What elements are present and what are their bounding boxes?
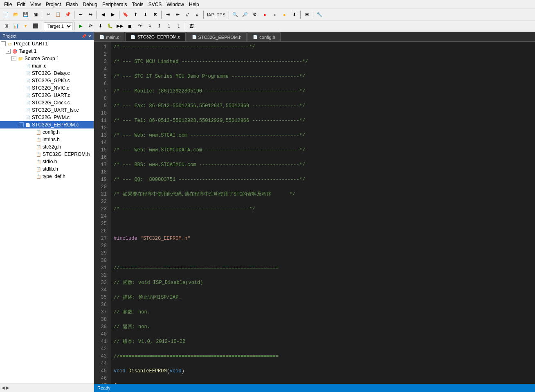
tab-eeprom-c[interactable]: 📄 STC32G_EEPROM.c	[125, 32, 185, 41]
menu-help[interactable]: Help	[187, 1, 202, 8]
panel-bottom: ◀ ▶	[0, 383, 94, 392]
cut-btn[interactable]: ✂	[44, 10, 53, 19]
tree-file-stdio[interactable]: 📋 stdio.h	[0, 158, 94, 165]
unindent-btn[interactable]: ⇤	[173, 10, 182, 19]
project-close-btn[interactable]: ✕	[88, 34, 91, 38]
tree-file-config[interactable]: 📋 config.h	[0, 128, 94, 136]
tree-file-pwm[interactable]: 📄 STC32G_PWM.c	[0, 114, 94, 121]
menu-edit[interactable]: Edit	[14, 1, 28, 8]
eeprom-expand[interactable]: -	[19, 122, 24, 127]
t2-btn4[interactable]: ⬛	[31, 22, 40, 31]
t2-build-btn[interactable]: ▶	[76, 22, 85, 31]
reset-btn[interactable]: ●	[280, 10, 289, 19]
menu-window[interactable]: Window	[164, 1, 187, 8]
run-btn[interactable]: ●	[260, 10, 269, 19]
t2-debug-btn[interactable]: 🐛	[106, 22, 115, 31]
target-icon: 🎯	[11, 48, 18, 54]
tree-file-delay[interactable]: 📄 STC32G_Delay.c	[0, 70, 94, 77]
save-all-btn[interactable]: 🖫	[31, 10, 40, 19]
tab-config[interactable]: 📄 config.h	[247, 32, 281, 41]
tree-file-eeprom[interactable]: - 📄 STC32G_EEPROM.c	[0, 121, 94, 128]
t2-stop2-btn[interactable]: ⏹	[125, 22, 134, 31]
target-dropdown[interactable]: Target 1	[44, 22, 72, 30]
tab-mainc[interactable]: 📄 main.c	[94, 32, 124, 41]
t2-stepinto-btn[interactable]: ↴	[145, 22, 154, 31]
menu-view[interactable]: View	[28, 1, 43, 8]
source-group-icon: 📁	[17, 55, 24, 62]
menu-tools[interactable]: Tools	[130, 1, 146, 8]
code-content[interactable]: /*--------------------------------------…	[110, 42, 535, 384]
copy-btn[interactable]: 📋	[54, 10, 63, 19]
redo-btn[interactable]: ↪	[86, 10, 95, 19]
save-btn[interactable]: 💾	[21, 10, 30, 19]
window-btn[interactable]: ⊞	[302, 10, 311, 19]
editor-area: 📄 main.c 📄 STC32G_EEPROM.c 📄 STC32G_EEPR…	[94, 32, 535, 392]
t2-stepout-btn[interactable]: ↥	[155, 22, 164, 31]
sep6	[203, 11, 204, 19]
tree-target[interactable]: - 🎯 Target 1	[0, 47, 94, 55]
project-pin-btn[interactable]: 📌	[81, 34, 86, 38]
tab-eeprom-h[interactable]: 📄 STC32G_EEPROM.h	[187, 32, 247, 41]
menu-bar: File Edit View Project Flash Debug Perip…	[0, 0, 535, 9]
t2-btn1[interactable]: ⊞	[2, 22, 11, 31]
delay-icon: 📄	[25, 70, 31, 77]
prev-bookmark-btn[interactable]: ⬆	[131, 10, 140, 19]
comment-btn[interactable]: //	[183, 10, 192, 19]
nav-back-btn[interactable]: ◀	[99, 10, 108, 19]
t2-download2-btn[interactable]: ⬇	[96, 22, 105, 31]
t2-rebuild-btn[interactable]: ⟳	[86, 22, 95, 31]
t2-btn3[interactable]: ▾	[21, 22, 30, 31]
t2-btn2[interactable]: 📊	[11, 22, 20, 31]
toolbar-1: 📄 📂 💾 🖫 ✂ 📋 📌 ↩ ↪ ◀ ▶ 🔖 ⬆ ⬇ ✖ ⇥ ⇤ // # I…	[0, 9, 535, 20]
tree-file-mainc[interactable]: 📄 main.c	[0, 62, 94, 70]
menu-file[interactable]: File	[2, 1, 14, 8]
next-bookmark-btn[interactable]: ⬇	[141, 10, 150, 19]
nvic-icon: 📄	[25, 85, 31, 91]
menu-project[interactable]: Project	[43, 1, 63, 8]
tree-project-root[interactable]: - 🗂 Project: UART1	[0, 40, 94, 47]
tree-file-stdlibh[interactable]: 📋 stdlib.h	[0, 165, 94, 173]
open-btn[interactable]: 📂	[11, 10, 20, 19]
tree-file-stc32g[interactable]: 📋 stc32g.h	[0, 143, 94, 151]
tree-file-uart-isr[interactable]: 📄 STC32G_UART_Isr.c	[0, 106, 94, 114]
menu-debug[interactable]: Debug	[81, 1, 100, 8]
stdio-label: stdio.h	[43, 159, 57, 164]
indent-btn[interactable]: ⇥	[163, 10, 172, 19]
zoom-btn[interactable]: 🔎	[241, 10, 250, 19]
menu-svcs[interactable]: SVCS	[146, 1, 164, 8]
undo-btn[interactable]: ↩	[76, 10, 85, 19]
search-btn[interactable]: 🔍	[231, 10, 240, 19]
tree-source-group[interactable]: - 📁 Source Group 1	[0, 55, 94, 62]
menu-peripherals[interactable]: Peripherals	[100, 1, 130, 8]
t2-extra-btn[interactable]: 🖼	[187, 22, 196, 31]
tree-file-gpio[interactable]: 📄 STC32G_GPIO.c	[0, 77, 94, 84]
download-btn[interactable]: ⬇	[290, 10, 299, 19]
config-btn[interactable]: ⚙	[250, 10, 259, 19]
t2-stepover-btn[interactable]: ↷	[135, 22, 144, 31]
t2-next-btn[interactable]: ⤵	[174, 22, 183, 31]
clear-bookmark-btn[interactable]: ✖	[151, 10, 160, 19]
tree-file-intrins[interactable]: 📋 intrins.h	[0, 136, 94, 143]
tools-btn[interactable]: 🔧	[315, 10, 324, 19]
tree-file-uart[interactable]: 📄 STC32G_UART.c	[0, 92, 94, 99]
tree-file-typedef[interactable]: 📋 type_def.h	[0, 173, 94, 180]
project-panel-title: Project	[2, 34, 16, 38]
t2-run2-btn[interactable]: ▶▶	[115, 22, 124, 31]
tree-file-eepronh[interactable]: 📋 STC32G_EEPROM.h	[0, 151, 94, 158]
stop-btn[interactable]: ●	[270, 10, 279, 19]
sep3	[97, 11, 97, 19]
paste-btn[interactable]: 📌	[63, 10, 72, 19]
new-file-btn[interactable]: 📄	[2, 10, 11, 19]
config-icon: 📋	[35, 129, 42, 135]
tree-file-nvic[interactable]: 📄 STC32G_NVIC.c	[0, 84, 94, 92]
target-expand[interactable]: -	[6, 49, 11, 54]
nav-fwd-btn[interactable]: ▶	[108, 10, 117, 19]
source-group-expand[interactable]: -	[11, 56, 16, 61]
sep4	[119, 11, 119, 19]
t2-cursor-btn[interactable]: ⤵	[164, 22, 173, 31]
uncomment-btn[interactable]: #	[193, 10, 202, 19]
bookmark-btn[interactable]: 🔖	[121, 10, 130, 19]
root-expand[interactable]: -	[1, 41, 6, 46]
tree-file-clock[interactable]: 📄 STC32G_Clock.c	[0, 99, 94, 106]
menu-flash[interactable]: Flash	[63, 1, 80, 8]
